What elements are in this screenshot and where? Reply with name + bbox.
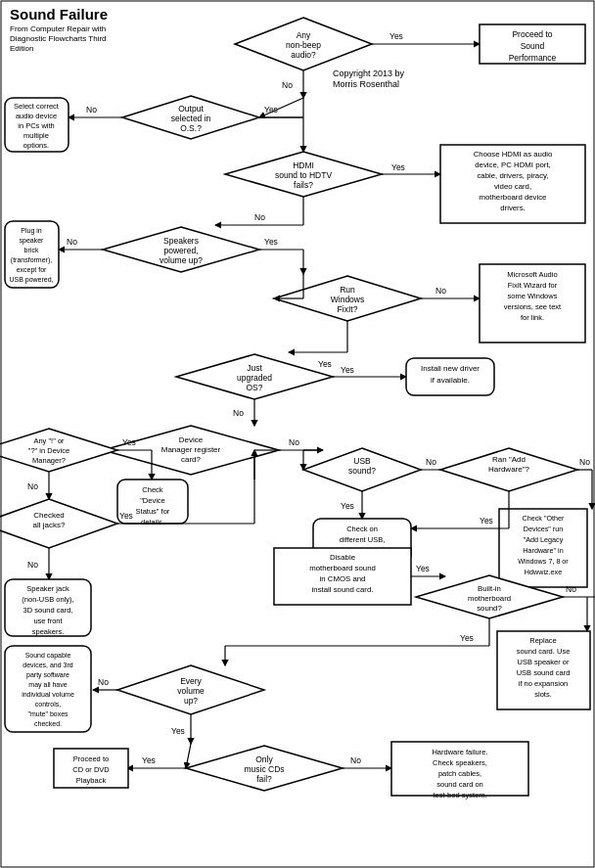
run-fixit-label1: Run: [340, 285, 355, 295]
sound-cap-label1: Sound capable: [25, 652, 71, 660]
ms-audio-label3: some Windows: [508, 292, 558, 300]
run-fixit-label2: Windows: [331, 295, 364, 304]
ms-audio-label4: versions, see text: [504, 302, 562, 311]
to-only-cds: [186, 744, 191, 768]
just-upgraded-label2: upgraded: [237, 373, 272, 383]
disable-mb-label2: motherboard sound: [309, 564, 376, 572]
speaker-jack-label1: Speaker jack: [26, 584, 69, 593]
speaker-jack-label4: use front: [33, 617, 63, 625]
diff-usb-label1: Check on: [346, 525, 378, 533]
flowchart-container: Sound Failure From Computer Repair with …: [0, 0, 595, 868]
dm-label1: Device: [179, 435, 204, 444]
add-hw-yes-label: Yes: [480, 516, 493, 525]
speakers-no-label: No: [67, 237, 77, 247]
disable-mb-label3: in CMOS and: [320, 574, 366, 583]
sound-cap-label3: party software: [26, 671, 69, 679]
proceed-sound-label1: Proceed to: [512, 29, 552, 39]
only-cds-label1: Only: [255, 754, 273, 764]
dm-no-label: No: [289, 437, 299, 447]
hw-fail-label3: patch cables,: [438, 769, 481, 778]
other-dev-label6: Hdwwiz.exe: [525, 568, 562, 576]
speaker-jack-label2: (non-USB only),: [22, 595, 73, 604]
every-vol-yes-label: Yes: [171, 726, 185, 736]
non-beep-no-label: No: [282, 80, 293, 90]
disable-mb-label4: install sound card.: [312, 585, 374, 594]
plug-speaker-label2: speaker: [20, 237, 45, 245]
any-non-beep-audio-label1: Any: [297, 30, 311, 40]
builtin-mb-label3: sound?: [477, 604, 502, 613]
any-i-q-label1: Any "!" or: [33, 436, 65, 445]
copyright-line1: Copyright 2013 by: [333, 69, 405, 78]
choose-hdmi-label1: Choose HDMI as audio: [474, 150, 553, 159]
cds-label2: "Device: [140, 496, 165, 505]
other-dev-label1: Check "Other: [523, 514, 566, 523]
other-dev-label2: Devices" run: [524, 525, 564, 533]
hdmi-fails-label1: HDMI: [293, 160, 314, 170]
usb-yes-label: Yes: [341, 501, 354, 511]
hdmi-fails-label3: fails?: [294, 180, 313, 190]
just-upgraded-label1: Just: [247, 363, 262, 373]
install-driver-label2: if available.: [431, 376, 470, 385]
replace-sc-label3: USB speaker or: [518, 658, 570, 666]
sound-cap-label6: controls,: [35, 701, 62, 708]
dm-label3: card?: [181, 455, 202, 464]
just-upgraded-label3: OS?: [246, 383, 262, 392]
output-selected-label3: O.S.?: [180, 123, 202, 133]
plug-speaker-label5: except for: [17, 266, 47, 274]
cds-label4: details.: [141, 518, 164, 526]
output-no-label: No: [86, 105, 97, 114]
choose-hdmi-label5: motherboard device: [480, 193, 547, 202]
output-yes-label: Yes: [264, 105, 278, 114]
speakers-yes-label: Yes: [264, 237, 278, 247]
copyright-line2: Morris Rosenthal: [333, 79, 399, 89]
sound-cap-label2: devices, and 3rd: [23, 662, 72, 668]
diff-usb-label2: different USB,: [340, 535, 386, 544]
output-selected-label2: selected in: [171, 114, 211, 123]
hdmi-fails-label2: sound to HDTV: [275, 170, 332, 180]
disable-mb-label1: Disable: [330, 553, 355, 562]
select-audio-label2: audio device: [16, 112, 57, 120]
sound-cap-label4: may all have: [28, 681, 67, 689]
hdmi-no-label: No: [254, 212, 265, 222]
non-beep-yes-label: Yes: [389, 31, 403, 41]
other-dev-label4: Hardware" in: [523, 546, 563, 555]
choose-hdmi-label3: cable, drivers, piracy,: [477, 171, 548, 180]
checked-jacks-label2: all jacks?: [33, 521, 66, 529]
sound-cap-label8: checked.: [34, 720, 62, 727]
ms-audio-label1: Microsoft Audio: [507, 270, 557, 279]
flowchart-svg: Sound Failure From Computer Repair with …: [0, 0, 595, 868]
proceed-sound-label2: Sound: [521, 41, 545, 51]
disable-to-builtin-yes: Yes: [416, 564, 430, 573]
fixit-no-label: No: [435, 286, 446, 296]
replace-sc-label1: Replace: [529, 636, 557, 645]
cds-label3: Status" for: [136, 507, 170, 516]
ran-add-hw-label1: Ran "Add: [492, 455, 526, 464]
plug-speaker-label3: brick: [24, 247, 39, 253]
cds-no-label: No: [350, 755, 361, 765]
speakers-powered-label2: powered,: [164, 246, 199, 255]
replace-sc-label2: sound card. Use: [517, 647, 571, 656]
builtin-yes-label: Yes: [460, 633, 474, 643]
hw-fail-label5: test-bed system.: [433, 791, 486, 799]
speakers-powered-label1: Speakers: [163, 236, 199, 246]
hw-fail-label2: Check speakers,: [433, 758, 487, 767]
subtitle-line3: Edition: [10, 44, 33, 53]
hdmi-yes-label: Yes: [391, 162, 405, 172]
run-fixit-label3: FixIt?: [338, 304, 358, 314]
checked-jacks-label1: Checked: [33, 511, 65, 520]
hw-fail-label4: sound card on: [436, 780, 483, 789]
output-selected-label1: Output: [178, 104, 204, 114]
upgraded-yes-label: Yes: [341, 365, 354, 375]
speaker-jack-label3: 3D sound card,: [23, 606, 73, 615]
any-iq-no-label: No: [27, 481, 38, 491]
speaker-jack-label5: speakers.: [32, 627, 65, 636]
speakers-powered-label3: volume up?: [160, 255, 203, 265]
subtitle-line2: Diagnostic Flowcharts Third: [10, 34, 107, 43]
builtin-no-label: No: [566, 584, 576, 594]
plug-speaker-label4: (transformer),: [11, 256, 52, 264]
any-i-q-label2: "?" in Device: [28, 446, 69, 455]
hw-fail-label1: Hardware failure.: [432, 748, 487, 756]
other-dev-label5: Windows 7, 8 or: [518, 557, 569, 566]
replace-sc-label4: USB sound card: [517, 668, 571, 677]
sound-cap-label7: "mute" boxes: [27, 710, 69, 717]
